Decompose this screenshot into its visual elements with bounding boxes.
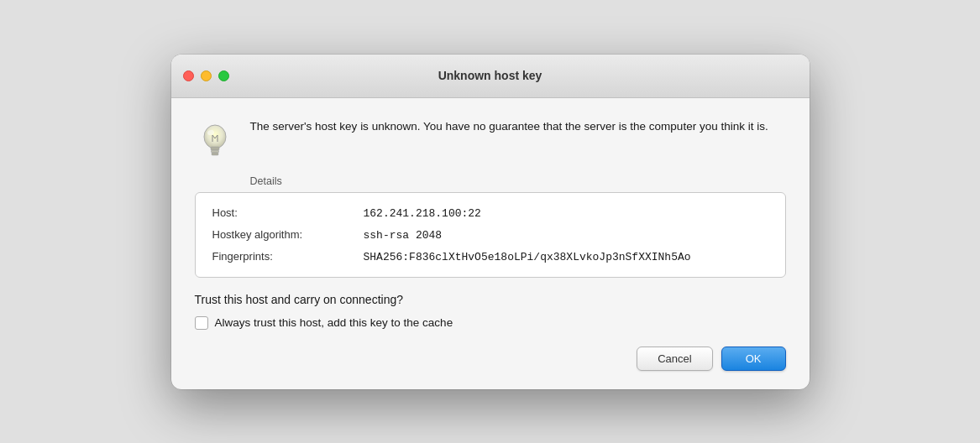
dialog-content: The server's host key is unknown. You ha… [171, 98, 810, 389]
dialog-title: Unknown host key [438, 69, 542, 82]
titlebar-buttons [183, 70, 229, 81]
detail-key-host: Host: [212, 206, 364, 219]
detail-row-algorithm: Hostkey algorithm: ssh-rsa 2048 [212, 228, 768, 242]
detail-row-host: Host: 162.241.218.100:22 [212, 206, 768, 220]
always-trust-checkbox[interactable] [195, 316, 208, 330]
titlebar: Unknown host key [171, 55, 810, 98]
detail-value-fingerprint: SHA256:F836clXtHvO5e18oLPi/qx38XLvkoJp3n… [364, 251, 691, 263]
maximize-button[interactable] [218, 70, 229, 81]
detail-key-fingerprint: Fingerprints: [212, 250, 364, 263]
svg-point-0 [204, 125, 226, 149]
svg-rect-6 [211, 150, 218, 153]
button-row: Cancel OK [195, 347, 786, 371]
details-box: Host: 162.241.218.100:22 Hostkey algorit… [195, 192, 786, 278]
details-section: Details Host: 162.241.218.100:22 Hostkey… [195, 175, 786, 278]
detail-row-fingerprint: Fingerprints: SHA256:F836clXtHvO5e18oLPi… [212, 250, 768, 263]
detail-value-algorithm: ssh-rsa 2048 [364, 229, 443, 242]
dialog-window: Unknown host key [171, 55, 810, 389]
close-button[interactable] [183, 70, 194, 81]
minimize-button[interactable] [201, 70, 212, 81]
svg-rect-7 [212, 153, 218, 155]
always-trust-label: Always trust this host, add this key to … [215, 316, 453, 329]
message-text: The server's host key is unknown. You ha… [250, 118, 768, 136]
svg-rect-5 [211, 147, 219, 150]
checkbox-row: Always trust this host, add this key to … [195, 316, 786, 330]
message-row: The server's host key is unknown. You ha… [195, 118, 786, 160]
details-label: Details [250, 175, 786, 187]
ok-button[interactable]: OK [721, 347, 786, 371]
lightbulb-icon [195, 120, 235, 160]
detail-key-algorithm: Hostkey algorithm: [212, 228, 364, 241]
cancel-button[interactable]: Cancel [637, 347, 712, 371]
detail-value-host: 162.241.218.100:22 [364, 207, 481, 220]
trust-question: Trust this host and carry on connecting? [195, 293, 786, 306]
